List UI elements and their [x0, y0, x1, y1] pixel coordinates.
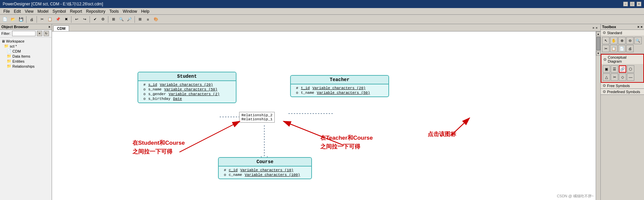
tool-select[interactable]: ↖ [602, 37, 609, 44]
tool-zoom-in[interactable]: ⊕ [618, 37, 626, 44]
menu-window[interactable]: Window [121, 9, 139, 14]
tool-relationship[interactable]: 🔗 [619, 65, 626, 73]
scroll-down-button[interactable]: ▼ [596, 51, 601, 56]
object-browser-header: Object Browser × [0, 24, 52, 30]
toolbar-print[interactable]: 🖨 [28, 16, 35, 23]
relationships-icon: 📁 [7, 64, 11, 68]
toolbar-cut[interactable]: ✂ [38, 16, 46, 23]
tool-entity-list[interactable]: ☰ [611, 65, 618, 73]
relationship-box[interactable]: Relationship_2 Relationship_1 [239, 112, 275, 123]
toolbar-zoom-in[interactable]: 🔍 [118, 16, 125, 23]
cdm-tab[interactable]: CDM [53, 25, 69, 31]
tree-workspace[interactable]: 🖥 Workspace [1, 39, 50, 44]
toolbar-copy[interactable]: 📋 [46, 16, 54, 23]
tree-area: 🖥 Workspace 📁 sct * 📄 CDM 📁 Data Items 📁… [0, 38, 52, 200]
toolbar-new[interactable]: 📄 [1, 16, 9, 23]
toolbar-open[interactable]: 📂 [9, 16, 17, 23]
tree-relationships[interactable]: 📁 Relationships [7, 64, 50, 69]
tool-print-s[interactable]: 🖨 [626, 45, 634, 52]
student-title: Student [138, 72, 236, 81]
toolbox-conceptual-header[interactable]: ⊙ Conceptual Diagram [601, 55, 643, 64]
menu-edit[interactable]: Edit [12, 9, 23, 14]
toolbar-delete[interactable]: ✖ [62, 16, 70, 23]
tool-zoom-out[interactable]: ⊖ [626, 37, 634, 44]
object-browser-close[interactable]: × [48, 25, 50, 29]
canvas[interactable]: Student # s_id Variable characters (20) … [52, 31, 600, 200]
menu-model[interactable]: Model [36, 9, 51, 14]
filter-apply-button[interactable]: ↻ [44, 31, 49, 36]
scroll-up-button[interactable]: ▲ [596, 31, 601, 36]
toolbar-undo[interactable]: ↩ [73, 16, 80, 23]
course-type-1: Variable characters (10) [240, 168, 293, 172]
toolbar-generate[interactable]: ⚙ [99, 16, 107, 23]
main-layout: Object Browser × Filter: ✕ ↻ 🖥 Workspace… [0, 24, 644, 200]
toolbox-predefined-header[interactable]: ⊙ Predefined Symbols [601, 89, 644, 94]
toolbox-close[interactable]: × × [637, 25, 643, 29]
data-items-label: Data Items [12, 54, 30, 58]
toolbar-paste[interactable]: 📌 [54, 16, 62, 23]
relationship-1-label: Relationship_1 [241, 117, 272, 121]
toolbox-free-header[interactable]: ⊙ Free Symbols [601, 83, 644, 88]
tree-entities[interactable]: 📁 Entities [7, 59, 50, 64]
toolbar-separator-3 [71, 16, 71, 23]
menu-tools[interactable]: Tools [107, 9, 121, 14]
filter-input[interactable] [12, 31, 36, 36]
student-entity[interactable]: Student # s_id Variable characters (20) … [138, 72, 236, 103]
svg-line-6 [179, 121, 240, 152]
minimize-button[interactable]: − [623, 2, 628, 6]
tool-zoom-rect[interactable]: 🔍 [634, 37, 642, 44]
menu-repository[interactable]: Repository [84, 9, 107, 14]
standard-collapse-icon: ⊙ [603, 30, 606, 35]
menu-help[interactable]: Help [139, 9, 152, 14]
tool-assoc-entity[interactable]: ⬡ [627, 65, 634, 73]
toolbar-redo[interactable]: ↪ [81, 16, 88, 23]
menu-file[interactable]: File [1, 9, 12, 14]
teacher-marker-2: o [293, 91, 298, 95]
toolbox-title: Toolbox [602, 25, 616, 29]
toolbox-standard-header[interactable]: ⊙ Standard [601, 30, 644, 36]
tool-conceptual-cut[interactable]: ✂ [611, 73, 618, 81]
toolbar-separator-1 [26, 16, 26, 23]
toolbar-format[interactable]: 🎨 [152, 16, 160, 23]
menu-view[interactable]: View [23, 9, 36, 14]
student-row-4: o s_birthday Date [141, 96, 233, 101]
tool-entity[interactable]: ▣ [603, 65, 610, 73]
toolbar-separator-6 [135, 16, 135, 23]
close-button[interactable]: × [637, 2, 641, 6]
student-type-3: Variable characters (2) [169, 92, 220, 96]
filter-clear-button[interactable]: ✕ [37, 31, 42, 36]
cdm-panel-close[interactable]: × × [592, 26, 598, 30]
course-field-2: c_name [229, 173, 242, 177]
course-row-2: o c_name Variable characters (100) [221, 173, 309, 177]
scroll-thumb[interactable] [596, 37, 600, 50]
toolbar-separator-2 [37, 16, 37, 23]
tree-data-items[interactable]: 📁 Data Items [7, 54, 50, 59]
tool-conceptual-symbol[interactable]: ◇ [619, 73, 626, 81]
conceptual-collapse-icon: ⊙ [603, 57, 606, 62]
tree-sct[interactable]: 📁 sct * [4, 44, 50, 49]
predefined-label: Predefined Symbols [607, 90, 640, 94]
course-entity[interactable]: Course # c_id Variable characters (10) o… [218, 157, 312, 179]
tool-cut[interactable]: ✂ [602, 45, 609, 52]
toolbar-check[interactable]: ✔ [91, 16, 99, 23]
maximize-button[interactable]: □ [630, 2, 635, 6]
teacher-field-1: t_id [301, 86, 310, 90]
tool-inherit[interactable]: △ [603, 73, 610, 81]
teacher-entity[interactable]: Teacher # t_id Variable characters (20) … [290, 75, 389, 97]
tool-copy-s[interactable]: 📋 [610, 45, 618, 52]
tool-hand[interactable]: ✋ [610, 37, 618, 44]
filter-row: Filter: ✕ ↻ [0, 30, 52, 38]
menu-symbol[interactable]: Symbol [51, 9, 68, 14]
menu-report[interactable]: Report [68, 9, 84, 14]
toolbar-save[interactable]: 💾 [17, 16, 25, 23]
tool-paste-s[interactable]: 📄 [618, 45, 626, 52]
toolbar-align[interactable]: ≡ [144, 16, 152, 23]
student-marker-4: o [141, 97, 146, 101]
cdm-area: CDM × × Student # [52, 24, 600, 200]
tool-conceptual-line[interactable]: — [627, 73, 634, 81]
toolbar-zoom-fit[interactable]: ⊞ [110, 16, 117, 23]
tree-cdm[interactable]: 📄 CDM [7, 49, 50, 54]
toolbar-zoom-out[interactable]: 🔎 [126, 16, 133, 23]
toolbar-grid[interactable]: ⊞ [136, 16, 144, 23]
course-row-1: # c_id Variable characters (10) [221, 168, 309, 173]
